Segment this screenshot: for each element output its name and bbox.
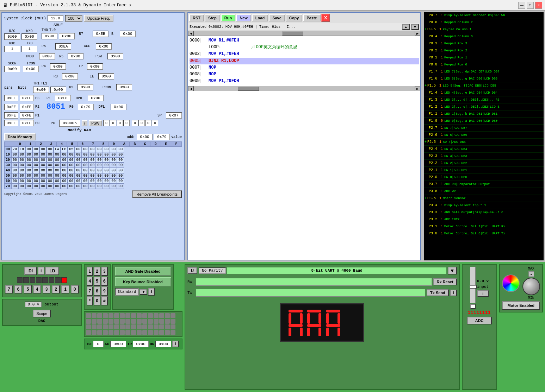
- mem-cell[interactable]: EB: [61, 147, 68, 152]
- mem-cell[interactable]: EA: [54, 147, 61, 152]
- mem-cell[interactable]: 00: [89, 184, 96, 189]
- mem-cell[interactable]: 00: [75, 147, 82, 152]
- value-input[interactable]: [154, 134, 170, 140]
- mem-cell[interactable]: 00: [103, 163, 110, 168]
- digit-4[interactable]: 4: [33, 285, 41, 293]
- mem-cell[interactable]: 00: [25, 184, 32, 189]
- p2-pins-input[interactable]: [4, 104, 18, 110]
- adc-bottom-handle[interactable]: [470, 304, 476, 309]
- ip-input[interactable]: [87, 63, 103, 70]
- h-scrollbar-thumb[interactable]: [282, 31, 303, 36]
- mem-cell[interactable]: 00: [32, 147, 39, 152]
- update-freq-button[interactable]: Update Freq.: [84, 15, 113, 22]
- key-1[interactable]: 1: [87, 267, 93, 276]
- mem-cell[interactable]: 00: [11, 184, 18, 189]
- mem-cell[interactable]: 00: [117, 163, 124, 168]
- mem-cell[interactable]: 00: [61, 173, 68, 178]
- rx-reset-button[interactable]: Rx Reset: [433, 278, 457, 285]
- mem-cell[interactable]: 00: [82, 152, 89, 157]
- mem-cell[interactable]: 00: [75, 184, 82, 189]
- remove-breakpoints-button[interactable]: Remove All Breakpoints: [132, 190, 182, 198]
- mem-cell[interactable]: 00: [103, 168, 110, 173]
- mem-cell[interactable]: 00: [25, 163, 32, 168]
- psw-input[interactable]: [107, 53, 123, 59]
- scroll-left-button2[interactable]: ◀: [188, 86, 194, 91]
- mem-cell[interactable]: 00: [47, 184, 54, 189]
- pin-expand-button[interactable]: +: [425, 196, 427, 200]
- maximize-button[interactable]: □: [527, 2, 534, 9]
- mem-cell[interactable]: 00: [11, 152, 18, 157]
- pc-input[interactable]: [59, 120, 80, 127]
- tx-send-button[interactable]: Tx Send: [427, 289, 449, 296]
- sp-input[interactable]: [166, 112, 182, 119]
- p1-pins-input[interactable]: [4, 112, 18, 119]
- mem-cell[interactable]: 00: [25, 147, 32, 152]
- mem-cell[interactable]: 00: [96, 178, 103, 184]
- mem-cell[interactable]: 00: [68, 184, 75, 189]
- key-0[interactable]: 0: [94, 296, 100, 305]
- dpl-input[interactable]: [111, 104, 126, 110]
- mem-cell[interactable]: 00: [39, 157, 47, 163]
- mem-cell[interactable]: 00: [110, 157, 117, 163]
- key-4[interactable]: 4: [87, 277, 93, 286]
- save-button[interactable]: Save: [269, 14, 285, 21]
- psw-button[interactable]: PSW: [89, 120, 102, 126]
- mem-cell[interactable]: 00: [11, 173, 18, 178]
- close-code-button[interactable]: X: [321, 14, 330, 22]
- mem-cell[interactable]: 00: [18, 178, 25, 184]
- data-memory-button[interactable]: Data Memory: [4, 133, 36, 140]
- mem-cell[interactable]: 00: [75, 157, 82, 163]
- mem-cell[interactable]: 00: [68, 173, 75, 178]
- adc-slider-handle[interactable]: [470, 285, 477, 289]
- motor-knob[interactable]: [522, 278, 540, 295]
- addr-input[interactable]: [137, 134, 153, 140]
- mem-cell[interactable]: 00: [25, 157, 32, 163]
- tmod-input[interactable]: [39, 53, 55, 59]
- mem-cell[interactable]: 00: [18, 152, 25, 157]
- mem-cell[interactable]: 00: [32, 152, 39, 157]
- ir-value[interactable]: [133, 341, 149, 347]
- rst-button[interactable]: RST: [189, 14, 204, 21]
- r7-input[interactable]: [93, 31, 109, 37]
- mem-cell[interactable]: 00: [103, 157, 110, 163]
- key-hash[interactable]: #: [101, 296, 108, 305]
- key-3[interactable]: 3: [101, 267, 108, 276]
- mem-cell[interactable]: 00: [89, 147, 96, 152]
- close-button[interactable]: ×: [535, 2, 542, 9]
- mem-cell[interactable]: 00: [117, 152, 124, 157]
- step-button[interactable]: Step: [205, 14, 220, 21]
- mem-cell[interactable]: 00: [25, 178, 32, 184]
- r3-input[interactable]: [62, 73, 78, 80]
- mem-cell[interactable]: 00: [54, 168, 61, 173]
- r5-input[interactable]: [68, 53, 83, 59]
- bf-value[interactable]: [93, 341, 104, 347]
- mem-cell[interactable]: 00: [54, 157, 61, 163]
- mem-cell[interactable]: 00: [82, 157, 89, 163]
- scope-button[interactable]: Scope: [33, 310, 51, 317]
- ld-button[interactable]: LD: [45, 267, 59, 275]
- mem-cell[interactable]: 00: [89, 163, 96, 168]
- minimize-button[interactable]: —: [518, 2, 525, 9]
- mem-cell[interactable]: 00: [75, 152, 82, 157]
- key-star[interactable]: *: [87, 296, 93, 305]
- and-gate-button[interactable]: AND Gate Disabled: [115, 267, 171, 276]
- mem-cell[interactable]: 00: [103, 178, 110, 184]
- mem-cell[interactable]: 00: [110, 184, 117, 189]
- mem-cell[interactable]: 00: [61, 157, 68, 163]
- mem-cell[interactable]: 00: [39, 163, 47, 168]
- mem-cell[interactable]: 00: [61, 168, 68, 173]
- mem-cell[interactable]: 00: [39, 147, 47, 152]
- run-button[interactable]: Run: [221, 14, 235, 21]
- mem-cell[interactable]: 00: [68, 178, 75, 184]
- mem-cell[interactable]: 00: [11, 163, 18, 168]
- mem-cell[interactable]: 00: [89, 178, 96, 184]
- i-btn2[interactable]: i: [148, 288, 155, 296]
- key-7[interactable]: 7: [87, 286, 93, 296]
- mem-cell[interactable]: 00: [54, 163, 61, 168]
- th0-input[interactable]: [42, 33, 57, 39]
- mem-cell[interactable]: 00: [96, 152, 103, 157]
- mem-cell[interactable]: 00: [32, 178, 39, 184]
- mem-cell[interactable]: 00: [61, 178, 68, 184]
- mem-cell[interactable]: 00: [96, 168, 103, 173]
- digit-3[interactable]: 3: [43, 285, 51, 293]
